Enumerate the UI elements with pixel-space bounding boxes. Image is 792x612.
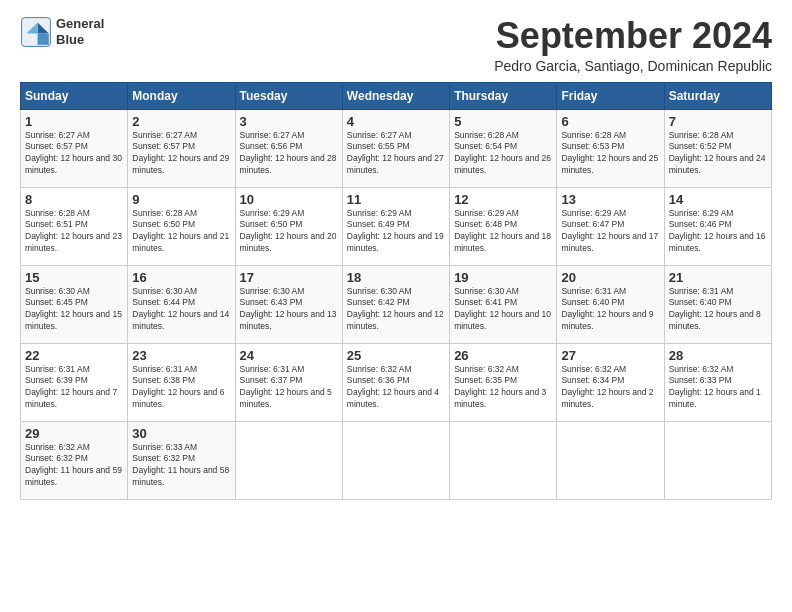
calendar-cell: 6Sunrise: 6:28 AMSunset: 6:53 PMDaylight… xyxy=(557,109,664,187)
calendar-cell: 23Sunrise: 6:31 AMSunset: 6:38 PMDayligh… xyxy=(128,343,235,421)
day-number: 5 xyxy=(454,114,552,129)
cell-text: Sunrise: 6:32 AMSunset: 6:34 PMDaylight:… xyxy=(561,364,659,412)
day-number: 12 xyxy=(454,192,552,207)
calendar-body: 1Sunrise: 6:27 AMSunset: 6:57 PMDaylight… xyxy=(21,109,772,499)
day-number: 1 xyxy=(25,114,123,129)
day-number: 9 xyxy=(132,192,230,207)
day-number: 17 xyxy=(240,270,338,285)
cell-text: Sunrise: 6:30 AMSunset: 6:45 PMDaylight:… xyxy=(25,286,123,334)
calendar-cell: 18Sunrise: 6:30 AMSunset: 6:42 PMDayligh… xyxy=(342,265,449,343)
day-number: 15 xyxy=(25,270,123,285)
day-number: 2 xyxy=(132,114,230,129)
day-number: 22 xyxy=(25,348,123,363)
calendar-week-3: 15Sunrise: 6:30 AMSunset: 6:45 PMDayligh… xyxy=(21,265,772,343)
calendar-cell xyxy=(235,421,342,499)
month-title: September 2024 xyxy=(494,16,772,56)
cell-text: Sunrise: 6:32 AMSunset: 6:35 PMDaylight:… xyxy=(454,364,552,412)
cell-text: Sunrise: 6:30 AMSunset: 6:43 PMDaylight:… xyxy=(240,286,338,334)
cell-text: Sunrise: 6:27 AMSunset: 6:56 PMDaylight:… xyxy=(240,130,338,178)
cell-text: Sunrise: 6:27 AMSunset: 6:57 PMDaylight:… xyxy=(132,130,230,178)
cell-text: Sunrise: 6:32 AMSunset: 6:32 PMDaylight:… xyxy=(25,442,123,490)
cell-text: Sunrise: 6:27 AMSunset: 6:57 PMDaylight:… xyxy=(25,130,123,178)
header-monday: Monday xyxy=(128,82,235,109)
day-number: 23 xyxy=(132,348,230,363)
cell-text: Sunrise: 6:31 AMSunset: 6:37 PMDaylight:… xyxy=(240,364,338,412)
cell-text: Sunrise: 6:31 AMSunset: 6:40 PMDaylight:… xyxy=(561,286,659,334)
cell-text: Sunrise: 6:28 AMSunset: 6:50 PMDaylight:… xyxy=(132,208,230,256)
calendar-cell xyxy=(450,421,557,499)
calendar-cell: 21Sunrise: 6:31 AMSunset: 6:40 PMDayligh… xyxy=(664,265,771,343)
calendar-cell xyxy=(664,421,771,499)
header-sunday: Sunday xyxy=(21,82,128,109)
cell-text: Sunrise: 6:31 AMSunset: 6:39 PMDaylight:… xyxy=(25,364,123,412)
calendar-cell: 26Sunrise: 6:32 AMSunset: 6:35 PMDayligh… xyxy=(450,343,557,421)
calendar-cell xyxy=(557,421,664,499)
main-container: General Blue September 2024 Pedro Garcia… xyxy=(0,0,792,510)
day-number: 11 xyxy=(347,192,445,207)
logo: General Blue xyxy=(20,16,104,48)
header-wednesday: Wednesday xyxy=(342,82,449,109)
calendar-cell: 5Sunrise: 6:28 AMSunset: 6:54 PMDaylight… xyxy=(450,109,557,187)
cell-text: Sunrise: 6:27 AMSunset: 6:55 PMDaylight:… xyxy=(347,130,445,178)
cell-text: Sunrise: 6:31 AMSunset: 6:40 PMDaylight:… xyxy=(669,286,767,334)
calendar-cell: 12Sunrise: 6:29 AMSunset: 6:48 PMDayligh… xyxy=(450,187,557,265)
calendar-cell: 17Sunrise: 6:30 AMSunset: 6:43 PMDayligh… xyxy=(235,265,342,343)
cell-text: Sunrise: 6:33 AMSunset: 6:32 PMDaylight:… xyxy=(132,442,230,490)
calendar-cell: 9Sunrise: 6:28 AMSunset: 6:50 PMDaylight… xyxy=(128,187,235,265)
title-block: September 2024 Pedro Garcia, Santiago, D… xyxy=(494,16,772,74)
header-saturday: Saturday xyxy=(664,82,771,109)
calendar-cell: 7Sunrise: 6:28 AMSunset: 6:52 PMDaylight… xyxy=(664,109,771,187)
header-tuesday: Tuesday xyxy=(235,82,342,109)
cell-text: Sunrise: 6:32 AMSunset: 6:36 PMDaylight:… xyxy=(347,364,445,412)
calendar-cell: 27Sunrise: 6:32 AMSunset: 6:34 PMDayligh… xyxy=(557,343,664,421)
calendar-cell: 19Sunrise: 6:30 AMSunset: 6:41 PMDayligh… xyxy=(450,265,557,343)
day-number: 3 xyxy=(240,114,338,129)
header: General Blue September 2024 Pedro Garcia… xyxy=(20,16,772,74)
logo-text: General Blue xyxy=(56,16,104,47)
calendar-cell: 2Sunrise: 6:27 AMSunset: 6:57 PMDaylight… xyxy=(128,109,235,187)
cell-text: Sunrise: 6:28 AMSunset: 6:51 PMDaylight:… xyxy=(25,208,123,256)
day-number: 14 xyxy=(669,192,767,207)
calendar-week-1: 1Sunrise: 6:27 AMSunset: 6:57 PMDaylight… xyxy=(21,109,772,187)
calendar-cell: 28Sunrise: 6:32 AMSunset: 6:33 PMDayligh… xyxy=(664,343,771,421)
calendar-week-5: 29Sunrise: 6:32 AMSunset: 6:32 PMDayligh… xyxy=(21,421,772,499)
cell-text: Sunrise: 6:28 AMSunset: 6:54 PMDaylight:… xyxy=(454,130,552,178)
location-subtitle: Pedro Garcia, Santiago, Dominican Republ… xyxy=(494,58,772,74)
calendar-table: Sunday Monday Tuesday Wednesday Thursday… xyxy=(20,82,772,500)
calendar-cell: 16Sunrise: 6:30 AMSunset: 6:44 PMDayligh… xyxy=(128,265,235,343)
cell-text: Sunrise: 6:32 AMSunset: 6:33 PMDaylight:… xyxy=(669,364,767,412)
cell-text: Sunrise: 6:28 AMSunset: 6:53 PMDaylight:… xyxy=(561,130,659,178)
day-number: 16 xyxy=(132,270,230,285)
header-thursday: Thursday xyxy=(450,82,557,109)
calendar-cell: 8Sunrise: 6:28 AMSunset: 6:51 PMDaylight… xyxy=(21,187,128,265)
calendar-cell xyxy=(342,421,449,499)
day-number: 25 xyxy=(347,348,445,363)
calendar-cell: 20Sunrise: 6:31 AMSunset: 6:40 PMDayligh… xyxy=(557,265,664,343)
header-row: Sunday Monday Tuesday Wednesday Thursday… xyxy=(21,82,772,109)
day-number: 19 xyxy=(454,270,552,285)
day-number: 21 xyxy=(669,270,767,285)
calendar-cell: 13Sunrise: 6:29 AMSunset: 6:47 PMDayligh… xyxy=(557,187,664,265)
day-number: 24 xyxy=(240,348,338,363)
day-number: 28 xyxy=(669,348,767,363)
cell-text: Sunrise: 6:31 AMSunset: 6:38 PMDaylight:… xyxy=(132,364,230,412)
day-number: 6 xyxy=(561,114,659,129)
calendar-header: Sunday Monday Tuesday Wednesday Thursday… xyxy=(21,82,772,109)
day-number: 20 xyxy=(561,270,659,285)
calendar-cell: 10Sunrise: 6:29 AMSunset: 6:50 PMDayligh… xyxy=(235,187,342,265)
day-number: 8 xyxy=(25,192,123,207)
logo-icon xyxy=(20,16,52,48)
cell-text: Sunrise: 6:28 AMSunset: 6:52 PMDaylight:… xyxy=(669,130,767,178)
svg-marker-2 xyxy=(38,34,49,45)
calendar-cell: 1Sunrise: 6:27 AMSunset: 6:57 PMDaylight… xyxy=(21,109,128,187)
calendar-cell: 29Sunrise: 6:32 AMSunset: 6:32 PMDayligh… xyxy=(21,421,128,499)
day-number: 7 xyxy=(669,114,767,129)
calendar-cell: 3Sunrise: 6:27 AMSunset: 6:56 PMDaylight… xyxy=(235,109,342,187)
calendar-cell: 25Sunrise: 6:32 AMSunset: 6:36 PMDayligh… xyxy=(342,343,449,421)
calendar-cell: 24Sunrise: 6:31 AMSunset: 6:37 PMDayligh… xyxy=(235,343,342,421)
day-number: 29 xyxy=(25,426,123,441)
day-number: 13 xyxy=(561,192,659,207)
cell-text: Sunrise: 6:30 AMSunset: 6:42 PMDaylight:… xyxy=(347,286,445,334)
day-number: 18 xyxy=(347,270,445,285)
cell-text: Sunrise: 6:29 AMSunset: 6:50 PMDaylight:… xyxy=(240,208,338,256)
